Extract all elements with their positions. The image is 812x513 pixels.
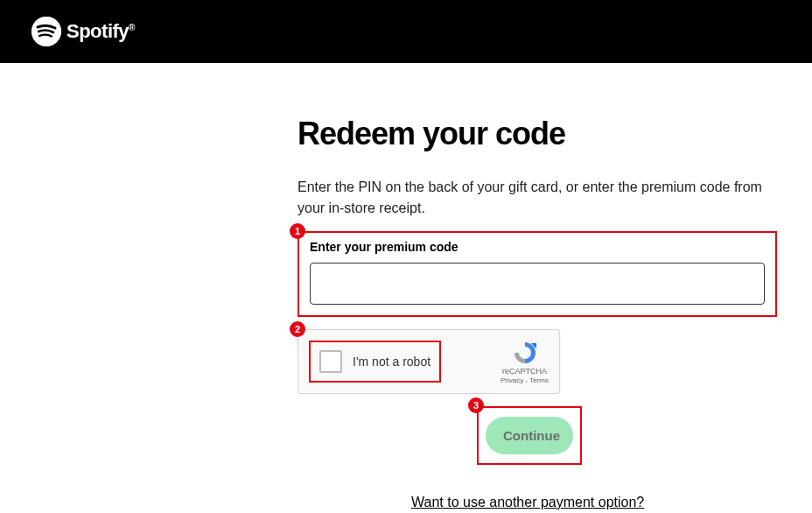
code-field-box: 1 Enter your premium code	[298, 231, 777, 317]
captcha-section: 2 I'm not a robot reCAPTCHA Privacy -	[298, 329, 779, 394]
continue-section: 3 Continue	[477, 406, 582, 465]
continue-highlight: Continue	[477, 406, 582, 465]
main-content: Redeem your code Enter the PIN on the ba…	[0, 63, 779, 510]
recaptcha-privacy-link[interactable]: Privacy	[500, 376, 523, 384]
app-header: Spotify®	[0, 0, 812, 63]
brand-logo[interactable]: Spotify®	[32, 17, 135, 46]
recaptcha-brand-text: reCAPTCHA	[502, 367, 547, 376]
brand-name: Spotify®	[66, 20, 135, 43]
recaptcha-terms-link[interactable]: Terms	[529, 376, 549, 384]
captcha-highlight: I'm not a robot	[309, 341, 441, 383]
page-title: Redeem your code	[298, 116, 779, 152]
recaptcha-branding: reCAPTCHA Privacy - Terms	[500, 340, 549, 384]
recaptcha-checkbox[interactable]	[319, 350, 342, 373]
alt-payment-link[interactable]: Want to use another payment option?	[411, 495, 644, 510]
recaptcha-label: I'm not a robot	[353, 355, 430, 369]
instructions-text: Enter the PIN on the back of your gift c…	[298, 177, 774, 219]
recaptcha-icon	[512, 340, 538, 366]
recaptcha-widget: I'm not a robot reCAPTCHA Privacy - Term…	[298, 329, 560, 394]
code-field-label: Enter your premium code	[310, 240, 765, 254]
recaptcha-links: Privacy - Terms	[500, 376, 549, 384]
step-badge-2: 2	[290, 321, 305, 337]
continue-button[interactable]: Continue	[486, 417, 573, 454]
spotify-icon	[32, 17, 61, 46]
step-badge-1: 1	[290, 223, 305, 239]
premium-code-input[interactable]	[310, 263, 765, 305]
svg-point-0	[32, 17, 61, 46]
step-badge-3: 3	[468, 397, 484, 413]
